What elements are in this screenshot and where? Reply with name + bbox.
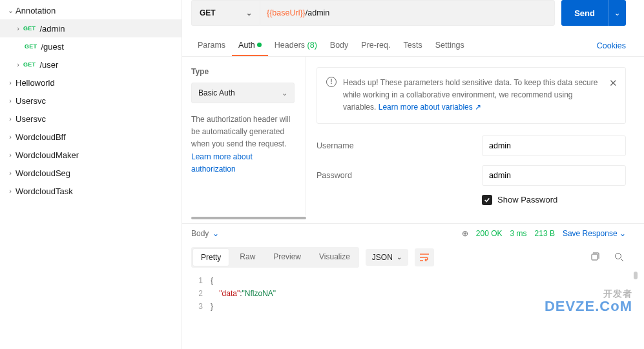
chevron-down-icon: ⌄ — [282, 89, 287, 97]
chevron-right-icon: › — [5, 151, 16, 159]
tab-body[interactable]: Body — [324, 35, 355, 56]
svg-point-1 — [615, 254, 621, 259]
folder-usersvc-2[interactable]: ›Usersvc — [0, 110, 182, 128]
headers-count: (8) — [307, 41, 317, 50]
wrap-lines-icon[interactable] — [415, 248, 434, 266]
variables-learn-more-link[interactable]: Learn more about variables ↗ — [379, 103, 481, 112]
search-icon[interactable] — [612, 250, 626, 264]
collection-label: Annotation — [16, 6, 56, 15]
cookies-link[interactable]: Cookies — [597, 41, 626, 50]
chevron-down-icon: ⌄ — [397, 254, 402, 261]
close-icon[interactable]: ✕ — [609, 75, 618, 91]
folder-usersvc-1[interactable]: ›Usersvc — [0, 92, 182, 110]
request-url-bar: GET ⌄ {{baseUrl}}/admin Send ⌄ — [182, 0, 644, 35]
vertical-scrollbar[interactable] — [634, 272, 638, 279]
view-segmented-control: Pretty Raw Preview Visualize — [191, 247, 359, 268]
svg-rect-0 — [592, 254, 597, 260]
auth-active-dot — [257, 43, 262, 47]
endpoint-label: /guest — [41, 42, 63, 52]
globe-icon[interactable]: ⊕ — [462, 229, 468, 238]
chevron-right-icon: › — [13, 61, 23, 68]
show-password-label: Show Password — [497, 195, 557, 204]
auth-description: The authorization header will be automat… — [191, 114, 296, 175]
folder-label: WordcloudBff — [16, 132, 66, 142]
http-method-select[interactable]: GET ⌄ — [191, 0, 260, 26]
sidebar: ⌄ Annotation › GET /admin GET /guest › G… — [0, 0, 182, 349]
chevron-right-icon: › — [13, 25, 23, 32]
endpoint-user[interactable]: › GET /user — [0, 55, 182, 74]
collection-annotation[interactable]: ⌄ Annotation — [0, 1, 182, 19]
url-input[interactable]: {{baseUrl}}/admin — [260, 0, 555, 26]
seg-visualize[interactable]: Visualize — [310, 247, 359, 268]
response-size: 213 B — [535, 229, 555, 238]
tab-prereq[interactable]: Pre-req. — [355, 35, 397, 56]
response-body[interactable]: 1{ 2 "data": "NflzoNA" 3} 开发者 DEVZE.CoM — [182, 272, 644, 315]
seg-preview[interactable]: Preview — [264, 247, 310, 268]
password-input[interactable] — [482, 165, 626, 186]
send-button[interactable]: Send — [561, 0, 608, 26]
json-key: "data" — [219, 287, 240, 300]
json-string: "NflzoNA" — [242, 287, 276, 300]
auth-type-select[interactable]: Basic Auth ⌄ — [191, 83, 295, 103]
chevron-right-icon: › — [5, 133, 16, 141]
tab-auth[interactable]: Auth — [232, 35, 268, 56]
chevron-down-icon: ⌄ — [5, 6, 16, 15]
format-value: JSON — [372, 253, 393, 262]
copy-icon[interactable] — [587, 250, 601, 264]
chevron-right-icon: › — [5, 79, 16, 86]
tab-settings[interactable]: Settings — [429, 35, 471, 56]
folder-helloworld[interactable]: ›Helloworld — [0, 74, 182, 92]
chevron-down-icon: ⌄ — [614, 9, 620, 17]
auth-config-side: Type Basic Auth ⌄ The authorization head… — [182, 57, 306, 215]
folder-label: WordcloudMaker — [16, 150, 79, 160]
folder-wordcloudmaker[interactable]: ›WordcloudMaker — [0, 146, 182, 164]
endpoint-guest[interactable]: GET /guest — [0, 37, 182, 55]
endpoint-label: /admin — [39, 24, 65, 34]
response-header: Body ⌄ ⊕ 200 OK 3 ms 213 B Save Response… — [182, 223, 644, 243]
info-icon: ! — [326, 77, 337, 87]
method-badge: GET — [23, 25, 36, 32]
username-label: Username — [317, 141, 482, 150]
chevron-down-icon[interactable]: ⌄ — [213, 229, 219, 238]
username-input[interactable] — [482, 135, 626, 156]
seg-pretty[interactable]: Pretty — [192, 248, 229, 266]
method-badge: GET — [25, 43, 37, 50]
folder-label: Helloworld — [16, 78, 55, 88]
chevron-right-icon: › — [5, 187, 16, 195]
status-code: 200 OK — [476, 229, 503, 238]
chevron-down-icon: ⌄ — [246, 9, 252, 17]
endpoint-admin[interactable]: › GET /admin — [0, 19, 182, 37]
watermark: 开发者 DEVZE.CoM — [545, 287, 632, 313]
sensitive-data-alert: ! Heads up! These parameters hold sensit… — [317, 67, 626, 124]
tab-tests[interactable]: Tests — [397, 35, 428, 56]
method-badge: GET — [23, 61, 36, 68]
url-path: /admin — [306, 8, 330, 17]
chevron-right-icon: › — [5, 169, 16, 177]
auth-learn-more-link[interactable]: Learn more about authorization — [191, 152, 253, 174]
format-select[interactable]: JSON ⌄ — [366, 249, 408, 266]
folder-label: Usersvc — [16, 96, 46, 106]
endpoint-label: /user — [39, 60, 58, 70]
tab-headers[interactable]: Headers (8) — [268, 35, 324, 56]
send-dropdown[interactable]: ⌄ — [608, 0, 626, 26]
response-time: 3 ms — [510, 229, 527, 238]
folder-wordcloudseg[interactable]: ›WordcloudSeg — [0, 164, 182, 182]
folder-label: WordcloudSeg — [16, 168, 70, 178]
response-body-label: Body — [191, 229, 209, 238]
auth-type-value: Basic Auth — [198, 88, 235, 97]
folder-label: WordcloudTask — [16, 186, 73, 196]
url-variable: {{baseUrl}} — [267, 8, 306, 17]
chevron-right-icon: › — [5, 115, 16, 123]
folder-wordcloudbff[interactable]: ›WordcloudBff — [0, 128, 182, 146]
tab-params[interactable]: Params — [191, 35, 232, 56]
response-toolbar: Pretty Raw Preview Visualize JSON ⌄ — [182, 243, 644, 272]
folder-wordcloudtask[interactable]: ›WordcloudTask — [0, 182, 182, 200]
method-value: GET — [200, 8, 216, 17]
content-panel: GET ⌄ {{baseUrl}}/admin Send ⌄ Params Au… — [182, 0, 644, 349]
request-tabs: Params Auth Headers (8) Body Pre-req. Te… — [182, 35, 644, 57]
show-password-checkbox[interactable] — [482, 195, 492, 205]
seg-raw[interactable]: Raw — [231, 247, 264, 268]
password-label: Password — [317, 171, 482, 180]
horizontal-scrollbar[interactable] — [191, 217, 306, 219]
save-response-button[interactable]: Save Response ⌄ — [563, 229, 626, 238]
